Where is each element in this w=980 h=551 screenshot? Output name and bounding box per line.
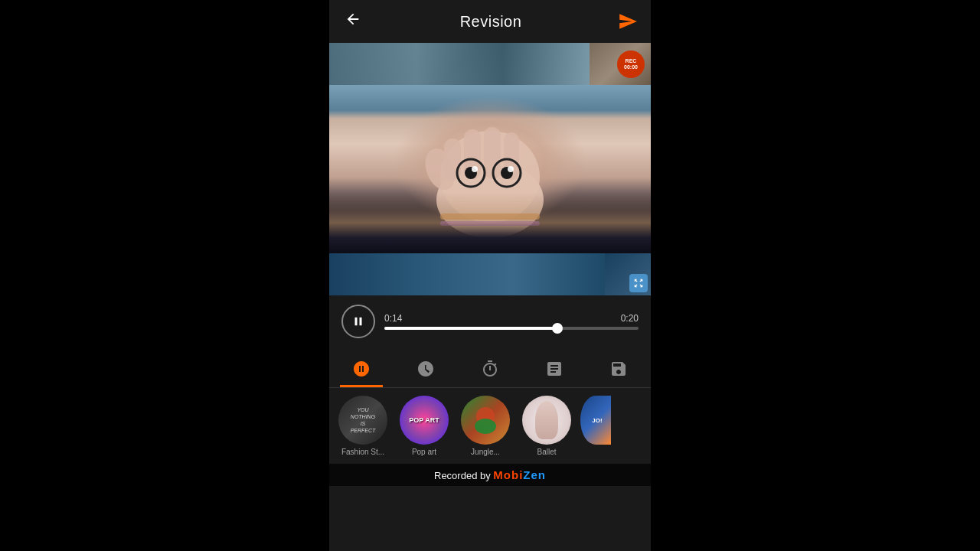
svg-point-12 (508, 166, 514, 172)
page-title: Revision (460, 13, 522, 31)
brand-zen: Zen (523, 468, 546, 481)
filter-label-2: Pop art (412, 448, 436, 456)
svg-point-16 (475, 419, 496, 434)
right-panel (651, 0, 980, 551)
filter-thumb-text-1: YOUNOTHINGISPERFECT (349, 405, 377, 435)
back-button[interactable] (341, 8, 364, 35)
filter-item-1[interactable]: YOUNOTHINGISPERFECT Fashion St... (335, 396, 390, 456)
filter-item-2[interactable]: POP ART Pop art (397, 396, 452, 456)
filter-item-3[interactable]: Jungle... (458, 396, 513, 456)
svg-point-9 (472, 166, 478, 172)
brand-mobi: Mobi (493, 468, 523, 481)
header: Revision (329, 0, 651, 43)
video-top-left (329, 43, 590, 85)
expand-button[interactable] (629, 274, 648, 292)
filter-label-4: Ballet (537, 448, 556, 456)
filter-thumb-2: POP ART (400, 396, 449, 445)
playback-controls: 0:14 0:20 (329, 295, 651, 347)
tab-effects[interactable] (340, 354, 383, 387)
filter-thumb-5: JO! (580, 396, 611, 445)
filter-thumb-3 (461, 396, 510, 445)
tab-timer[interactable] (469, 354, 511, 387)
tab-save[interactable] (597, 354, 640, 387)
filter-label-1: Fashion St... (341, 448, 384, 456)
rec-time: REC00:00 (624, 58, 638, 71)
filter-label-3: Jungle... (471, 448, 500, 456)
total-time: 0:20 (621, 313, 639, 324)
filter-thumb-2-label: POP ART (409, 416, 439, 424)
brand-name: MobiZen (493, 468, 546, 481)
filter-thumb-1: YOUNOTHINGISPERFECT (338, 396, 387, 445)
time-labels: 0:14 0:20 (384, 313, 639, 324)
filter-thumb-4-inner (535, 401, 558, 439)
recorded-banner: Recorded by MobiZen (329, 464, 651, 486)
filter-3-icon (470, 405, 501, 435)
left-panel (0, 0, 329, 551)
filter-thumb-4 (522, 396, 571, 445)
tab-speed[interactable] (404, 354, 447, 387)
progress-bar[interactable] (384, 327, 639, 330)
progress-fill (384, 327, 557, 330)
timeline: 0:14 0:20 (384, 313, 639, 330)
video-area: REC00:00 (329, 43, 651, 295)
video-bottom-left (329, 253, 605, 295)
filter-item-4[interactable]: Ballet (519, 396, 574, 456)
tool-tabs (329, 347, 651, 388)
phone-frame: Revision REC00:00 (329, 0, 651, 551)
video-main (329, 85, 651, 253)
current-time: 0:14 (384, 313, 402, 324)
recorded-prefix: Recorded by (434, 470, 493, 481)
pause-button[interactable] (341, 305, 375, 338)
video-bottom-strip (329, 253, 651, 295)
video-top-strip (329, 43, 651, 85)
share-button[interactable] (617, 11, 639, 32)
video-collage (329, 43, 651, 295)
video-bottom-right (605, 253, 651, 295)
filter-row: YOUNOTHINGISPERFECT Fashion St... POP AR… (329, 388, 651, 464)
recording-badge: REC00:00 (617, 51, 645, 78)
tab-overlay[interactable] (533, 354, 576, 387)
progress-thumb[interactable] (552, 323, 563, 334)
filter-item-5[interactable]: JO! (580, 396, 611, 448)
